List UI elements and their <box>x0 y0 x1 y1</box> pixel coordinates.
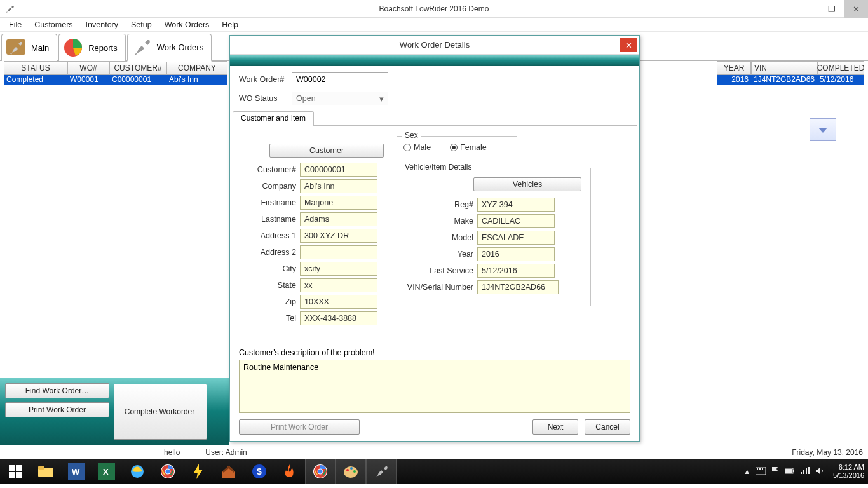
minimize-button[interactable]: — <box>796 0 820 18</box>
svg-rect-3 <box>16 465 22 471</box>
tab-reports[interactable]: Reports <box>58 34 126 62</box>
svg-rect-34 <box>801 472 802 474</box>
lastservice-field[interactable]: 5/12/2016 <box>477 264 555 278</box>
window-titlebar: Boachsoft LowRider 2016 Demo — ❐ ✕ <box>0 0 868 18</box>
city-label: City <box>248 264 296 273</box>
lowrider-app-icon[interactable] <box>366 459 397 484</box>
vehicle-grid[interactable]: YEAR VIN COMPLETED 2016 1J4NT2GB2AD66 5/… <box>717 61 864 85</box>
tab-customer-item[interactable]: Customer and Item <box>233 111 314 126</box>
cell-wo: W00001 <box>67 75 109 85</box>
tray-clock[interactable]: 6:12 AM 5/13/2016 <box>833 463 864 480</box>
house-icon[interactable] <box>214 459 244 484</box>
city-field[interactable]: xcity <box>300 262 377 276</box>
pie-chart-icon <box>62 36 85 59</box>
status-hello: hello <box>164 448 180 457</box>
cancel-button[interactable]: Cancel <box>585 419 630 435</box>
vehicle-legend: Vehicle/Item Details <box>402 163 474 172</box>
chrome-icon[interactable] <box>153 459 183 484</box>
menu-customers[interactable]: Customers <box>28 19 79 30</box>
cell-company: Abi's Inn <box>166 75 227 85</box>
expand-down-button[interactable] <box>810 118 836 141</box>
dollar-icon[interactable]: $ <box>244 459 275 484</box>
chevron-down-icon: ▾ <box>379 94 384 104</box>
customerno-field[interactable]: C00000001 <box>300 163 377 177</box>
address1-label: Address 1 <box>248 231 296 240</box>
address1-field[interactable]: 300 XYZ DR <box>300 229 377 243</box>
col-status[interactable]: STATUS <box>4 61 67 75</box>
tray-battery-icon[interactable] <box>785 468 795 475</box>
menu-workorders[interactable]: Work Orders <box>158 19 216 30</box>
reg-label: Reg# <box>405 200 473 209</box>
svg-point-26 <box>353 470 356 473</box>
col-completed[interactable]: COMPLETED <box>817 61 864 75</box>
svg-rect-29 <box>759 468 761 470</box>
model-field[interactable]: ESCALADE <box>477 231 555 245</box>
sex-female-radio[interactable]: Female <box>450 143 487 152</box>
wo-status-dropdown[interactable]: Open ▾ <box>292 92 388 105</box>
year-field[interactable]: 2016 <box>477 247 555 261</box>
menu-setup[interactable]: Setup <box>125 19 158 30</box>
make-field[interactable]: CADILLAC <box>477 214 555 228</box>
menu-file[interactable]: File <box>3 19 28 30</box>
tab-workorders[interactable]: Work Orders <box>127 34 212 62</box>
next-button[interactable]: Next <box>532 419 578 435</box>
sex-male-radio[interactable]: Male <box>403 143 431 152</box>
tab-main[interactable]: Main <box>1 34 57 62</box>
start-button[interactable] <box>0 459 31 484</box>
tray-volume-icon[interactable] <box>815 466 824 477</box>
ie-icon[interactable] <box>122 459 153 484</box>
problem-description-textarea[interactable]: Routine Maintenance <box>239 360 630 413</box>
complete-workorder-button[interactable]: Complete Workorder <box>112 384 207 440</box>
table-row[interactable]: Completed W00001 C00000001 Abi's Inn <box>4 75 227 85</box>
menu-inventory[interactable]: Inventory <box>79 19 125 30</box>
state-field[interactable]: xx <box>300 278 377 292</box>
excel-icon[interactable]: X <box>92 459 122 484</box>
col-vin[interactable]: VIN <box>751 61 817 75</box>
workorder-grid[interactable]: STATUS WO# CUSTOMER# COMPANY Completed W… <box>4 61 227 85</box>
svg-rect-37 <box>808 467 810 474</box>
firstname-field[interactable]: Marjorie <box>300 196 377 210</box>
print-workorder-dialog-button[interactable]: Print Work Order <box>239 419 360 435</box>
table-row[interactable]: 2016 1J4NT2GB2AD66 5/12/2016 <box>717 75 864 85</box>
menu-help[interactable]: Help <box>215 19 245 30</box>
tray-up-icon[interactable]: ▲ <box>743 468 750 475</box>
lastname-field[interactable]: Adams <box>300 212 377 226</box>
print-workorder-button[interactable]: Print Work Order <box>5 402 109 417</box>
reg-field[interactable]: XYZ 394 <box>477 198 555 212</box>
vin-field[interactable]: 1J4NT2GB2AD66 <box>477 280 559 294</box>
col-customer[interactable]: CUSTOMER# <box>109 61 166 75</box>
word-icon[interactable]: W <box>61 459 92 484</box>
vehicles-lookup-button[interactable]: Vehicles <box>473 177 581 191</box>
customer-lookup-button[interactable]: Customer <box>269 144 384 158</box>
tray-keyboard-icon[interactable] <box>756 467 766 476</box>
svg-point-25 <box>350 467 353 470</box>
address2-field[interactable] <box>300 245 377 259</box>
zip-field[interactable]: 10XXX <box>300 295 377 309</box>
dialog-tabstrip: Customer and Item <box>233 111 637 126</box>
wo-number-input[interactable] <box>292 72 388 86</box>
system-tray: ▲ 6:12 AM 5/13/2016 <box>743 459 864 484</box>
tray-flag-icon[interactable] <box>771 466 780 477</box>
svg-text:X: X <box>103 467 109 477</box>
col-year[interactable]: YEAR <box>717 61 751 75</box>
bolt-icon[interactable] <box>183 459 214 484</box>
find-workorder-button[interactable]: Find Work Order… <box>5 383 109 398</box>
wo-status-label: WO Status <box>239 94 287 103</box>
tray-wifi-icon[interactable] <box>800 467 810 476</box>
paint-icon[interactable] <box>336 459 366 484</box>
customerno-label: Customer# <box>248 165 296 174</box>
chrome-active-icon[interactable] <box>305 459 336 484</box>
company-label: Company <box>248 182 296 191</box>
dialog-close-button[interactable]: ✕ <box>620 38 637 52</box>
company-field[interactable]: Abi's Inn <box>300 179 377 193</box>
zip-label: Zip <box>248 297 296 306</box>
close-button[interactable]: ✕ <box>844 0 868 18</box>
flame-icon[interactable] <box>275 459 305 484</box>
tel-field[interactable]: XXX-434-3888 <box>300 311 377 325</box>
state-label: State <box>248 281 296 290</box>
cell-vin: 1J4NT2GB2AD66 <box>751 75 817 85</box>
col-company[interactable]: COMPANY <box>166 61 227 75</box>
maximize-button[interactable]: ❐ <box>820 0 844 18</box>
col-wo[interactable]: WO# <box>67 61 109 75</box>
explorer-icon[interactable] <box>31 459 61 484</box>
